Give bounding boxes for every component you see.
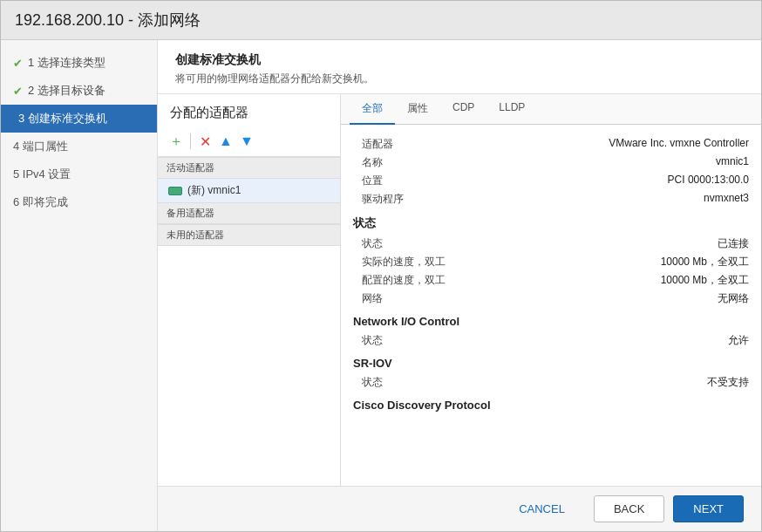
network-value: 无网络 — [718, 291, 749, 306]
add-adapter-button[interactable]: ＋ — [167, 132, 186, 151]
window-title: 192.168.200.10 - 添加网络 — [15, 11, 201, 29]
sidebar-item-step6[interactable]: 6 即将完成 — [1, 188, 157, 216]
panel-title: 创建标准交换机 — [175, 52, 744, 68]
sidebar-item-step3[interactable]: 3 创建标准交换机 — [1, 105, 157, 133]
panel-header: 创建标准交换机 将可用的物理网络适配器分配给新交换机。 — [158, 40, 761, 94]
unused-adapters-label: 未用的适配器 — [158, 224, 340, 246]
detail-row-config-speed: 配置的速度，双工 10000 Mb，全双工 — [353, 271, 749, 290]
detail-row-location: 位置 PCI 0000:13:00.0 — [353, 172, 749, 190]
location-label: 位置 — [362, 174, 449, 188]
actual-speed-label: 实际的速度，双工 — [362, 255, 449, 269]
move-down-button[interactable]: ▼ — [237, 132, 256, 151]
adapter-value: VMware Inc. vmxne Controller — [609, 137, 749, 152]
status-section-title: 状态 — [353, 215, 749, 231]
location-value: PCI 0000:13:00.0 — [668, 174, 749, 188]
status-label: 状态 — [362, 236, 449, 251]
sidebar-item-label-1: 1 选择连接类型 — [28, 55, 105, 71]
detail-row-actual-speed: 实际的速度，双工 10000 Mb，全双工 — [353, 253, 749, 271]
adapter-list-title: 分配的适配器 — [158, 94, 340, 128]
sidebar-item-label-4: 4 端口属性 — [13, 139, 68, 154]
sriov-status-value: 不受支持 — [707, 375, 749, 390]
tabs-bar: 全部 属性 CDP LLDP — [341, 94, 761, 125]
detail-row-adapter: 适配器 VMware Inc. vmxne Controller — [353, 135, 749, 153]
driver-label: 驱动程序 — [362, 192, 449, 207]
sriov-status-label: 状态 — [362, 375, 449, 390]
actual-speed-value: 10000 Mb，全双工 — [661, 255, 749, 269]
check-icon-2: ✔ — [13, 85, 23, 98]
active-adapters-label: 活动适配器 — [158, 157, 340, 179]
tab-cdp[interactable]: CDP — [440, 94, 486, 125]
title-bar: 192.168.200.10 - 添加网络 — [1, 1, 761, 40]
main-window: 192.168.200.10 - 添加网络 ✔ 1 选择连接类型 ✔ 2 选择目… — [0, 0, 762, 532]
adapter-name: (新) vmnic1 — [187, 183, 241, 198]
toolbar-divider — [190, 133, 191, 149]
sidebar-item-step4[interactable]: 4 端口属性 — [1, 133, 157, 160]
config-speed-label: 配置的速度，双工 — [362, 273, 449, 288]
adapter-toolbar: ＋ ✕ ▲ ▼ — [158, 128, 340, 157]
cisco-section-title: Cisco Discovery Protocol — [353, 399, 749, 412]
remove-adapter-button[interactable]: ✕ — [195, 132, 214, 151]
sidebar-item-label-5: 5 IPv4 设置 — [13, 167, 71, 182]
sidebar-item-step2[interactable]: ✔ 2 选择目标设备 — [1, 77, 157, 105]
sidebar-item-label-2: 2 选择目标设备 — [28, 83, 105, 99]
back-button[interactable]: BACK — [594, 495, 664, 522]
driver-value: nvmxnet3 — [704, 192, 749, 207]
adapter-list-scroll[interactable]: 活动适配器 (新) vmnic1 备用适配器 未用的适配器 — [158, 157, 340, 486]
footer: CANCEL BACK NEXT — [158, 486, 761, 531]
tab-all[interactable]: 全部 — [350, 94, 395, 125]
nio-status-value: 允许 — [728, 333, 749, 348]
tab-lldp[interactable]: LLDP — [486, 94, 537, 125]
detail-row-nio-status: 状态 允许 — [353, 331, 749, 350]
detail-row-network: 网络 无网络 — [353, 290, 749, 308]
sidebar-item-label-6: 6 即将完成 — [13, 194, 68, 210]
name-value: vmnic1 — [716, 155, 749, 170]
sriov-section-title: SR-IOV — [353, 357, 749, 370]
detail-row-sriov-status: 状态 不受支持 — [353, 373, 749, 392]
detail-content[interactable]: 适配器 VMware Inc. vmxne Controller 名称 vmni… — [341, 125, 761, 486]
backup-adapters-label: 备用适配器 — [158, 202, 340, 224]
adapter-list-section: 分配的适配器 ＋ ✕ ▲ ▼ 活动适配器 (新) vmnic1 — [158, 94, 341, 486]
next-button[interactable]: NEXT — [673, 495, 744, 522]
status-value: 已连接 — [718, 236, 749, 251]
main-panel: 创建标准交换机 将可用的物理网络适配器分配给新交换机。 分配的适配器 ＋ ✕ ▲… — [158, 40, 761, 531]
cancel-button[interactable]: CANCEL — [499, 495, 585, 522]
sidebar-item-step5[interactable]: 5 IPv4 设置 — [1, 160, 157, 188]
name-label: 名称 — [362, 155, 449, 170]
check-icon-1: ✔ — [13, 57, 23, 70]
panel-description: 将可用的物理网络适配器分配给新交换机。 — [175, 72, 744, 86]
tab-properties[interactable]: 属性 — [395, 94, 440, 125]
detail-row-status: 状态 已连接 — [353, 235, 749, 253]
nio-section-title: Network I/O Control — [353, 315, 749, 328]
adapter-label: 适配器 — [362, 137, 449, 152]
config-speed-value: 10000 Mb，全双工 — [661, 273, 749, 288]
nio-status-label: 状态 — [362, 333, 449, 348]
move-up-button[interactable]: ▲ — [216, 132, 235, 151]
detail-row-name: 名称 vmnic1 — [353, 153, 749, 172]
detail-row-driver: 驱动程序 nvmxnet3 — [353, 190, 749, 208]
sidebar-item-step1[interactable]: ✔ 1 选择连接类型 — [1, 49, 157, 77]
sidebar-item-label-3: 3 创建标准交换机 — [18, 111, 107, 126]
adapter-item-vmnic1[interactable]: (新) vmnic1 — [158, 179, 340, 202]
nic-icon — [168, 187, 182, 195]
content-area: ✔ 1 选择连接类型 ✔ 2 选择目标设备 3 创建标准交换机 4 端口属性 5… — [1, 40, 761, 531]
panel-body: 分配的适配器 ＋ ✕ ▲ ▼ 活动适配器 (新) vmnic1 — [158, 94, 761, 486]
network-label: 网络 — [362, 291, 449, 306]
sidebar: ✔ 1 选择连接类型 ✔ 2 选择目标设备 3 创建标准交换机 4 端口属性 5… — [1, 40, 158, 531]
detail-section: 全部 属性 CDP LLDP 适配器 VMware Inc. vmxne Con… — [341, 94, 761, 486]
